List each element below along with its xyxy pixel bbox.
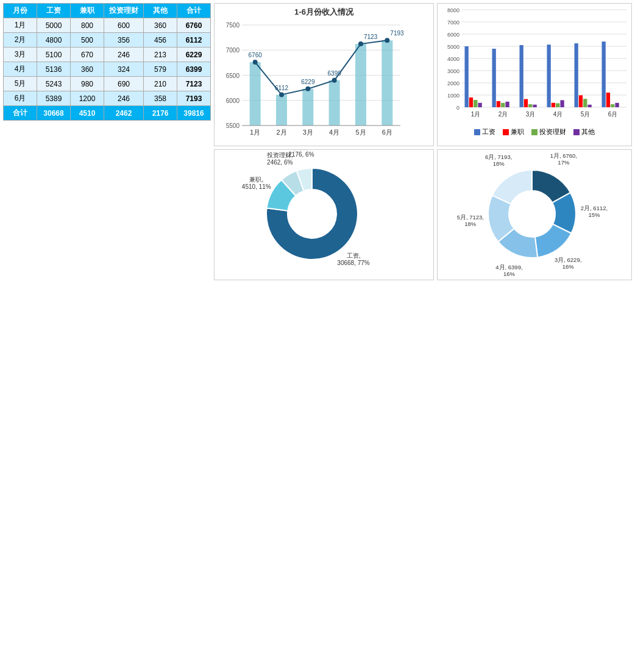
svg-text:4510, 11%: 4510, 11% (242, 183, 271, 190)
svg-text:2462, 6%: 2462, 6% (267, 159, 293, 166)
svg-rect-60 (501, 103, 505, 107)
svg-rect-18 (355, 44, 366, 126)
svg-text:5月, 7123,: 5月, 7123, (457, 214, 484, 221)
svg-text:兼职,: 兼职, (249, 176, 263, 183)
svg-text:1000: 1000 (447, 93, 459, 99)
table-body: 1月500080060036067602月480050035645661123月… (4, 18, 211, 121)
svg-text:7500: 7500 (226, 22, 240, 29)
svg-text:7123: 7123 (364, 34, 378, 40)
svg-point-22 (253, 60, 258, 65)
svg-rect-75 (583, 99, 587, 107)
svg-text:6000: 6000 (226, 97, 240, 104)
table-header: 月份工资兼职投资理财其他合计 (4, 4, 211, 18)
svg-rect-16 (329, 80, 340, 126)
svg-text:6000: 6000 (447, 32, 459, 38)
charts-bottom-row: 工资,30668, 77%兼职,4510, 11%投资理财,2462, 6%其他… (214, 149, 632, 280)
legend-item: 投资理财 (531, 127, 566, 136)
svg-text:8000: 8000 (447, 7, 459, 13)
svg-rect-53 (465, 46, 469, 107)
svg-text:3月, 6229,: 3月, 6229, (555, 256, 581, 263)
svg-text:0: 0 (456, 105, 459, 111)
svg-rect-74 (579, 95, 583, 107)
svg-rect-10 (250, 62, 261, 126)
svg-rect-79 (606, 93, 610, 107)
svg-point-28 (332, 78, 337, 83)
svg-text:2176, 6%: 2176, 6% (288, 151, 314, 158)
svg-rect-64 (524, 99, 528, 107)
svg-text:4月: 4月 (553, 111, 563, 118)
svg-text:15%: 15% (588, 211, 600, 218)
svg-rect-66 (533, 105, 536, 107)
svg-rect-59 (497, 101, 500, 107)
donut-income-container: 工资,30668, 77%兼职,4510, 11%投资理财,2462, 6%其他… (214, 149, 434, 280)
charts-area: 1-6月份收入情况 550060006500700075001月2月3月4月5月… (214, 3, 632, 280)
svg-text:6500: 6500 (226, 73, 240, 79)
data-table-container: 月份工资兼职投资理财其他合计 1月500080060036067602月4800… (3, 3, 211, 280)
svg-text:30668, 77%: 30668, 77% (337, 260, 369, 266)
svg-text:18%: 18% (493, 160, 505, 167)
svg-rect-14 (302, 89, 313, 126)
svg-text:5月: 5月 (581, 111, 591, 118)
line-chart-title: 1-6月份收入情况 (215, 4, 433, 19)
svg-rect-76 (587, 105, 591, 107)
main-container: 月份工资兼职投资理财其他合计 1月500080060036067602月4800… (0, 0, 635, 283)
legend-item: 工资 (474, 127, 495, 136)
donut-monthly-container: 1月, 6760,17%2月, 6112,15%3月, 6229,16%4月, … (437, 149, 632, 280)
svg-text:6112: 6112 (275, 85, 289, 91)
svg-text:2月, 6112,: 2月, 6112, (581, 205, 608, 211)
svg-text:6月: 6月 (608, 111, 618, 118)
charts-top-row: 1-6月份收入情况 550060006500700075001月2月3月4月5月… (214, 3, 632, 146)
svg-rect-80 (611, 104, 614, 107)
legend-item: 兼职 (503, 127, 524, 136)
bar-legend: 工资兼职投资理财其他 (438, 126, 631, 138)
svg-rect-81 (615, 103, 619, 107)
svg-text:2月: 2月 (276, 129, 286, 136)
svg-text:2月: 2月 (498, 111, 508, 118)
svg-rect-70 (556, 104, 559, 107)
svg-text:5月: 5月 (355, 129, 366, 136)
svg-text:5000: 5000 (447, 44, 459, 50)
svg-rect-73 (575, 43, 578, 107)
svg-text:7000: 7000 (226, 47, 240, 54)
svg-text:6399: 6399 (328, 70, 342, 77)
svg-text:5500: 5500 (226, 122, 240, 129)
svg-rect-63 (520, 45, 523, 107)
svg-text:工资,: 工资, (347, 252, 361, 259)
svg-text:6760: 6760 (249, 52, 263, 58)
svg-rect-65 (528, 104, 532, 107)
svg-text:1月, 6760,: 1月, 6760, (550, 152, 577, 159)
svg-text:3000: 3000 (447, 68, 459, 74)
svg-text:2000: 2000 (447, 80, 459, 87)
svg-rect-12 (276, 95, 287, 126)
svg-text:3月: 3月 (303, 129, 313, 136)
svg-point-32 (385, 38, 389, 43)
svg-text:17%: 17% (558, 159, 570, 166)
income-table: 月份工资兼职投资理财其他合计 1月500080060036067602月4800… (3, 3, 211, 121)
svg-text:7000: 7000 (447, 19, 459, 26)
line-chart-svg: 550060006500700075001月2月3月4月5月6月67606112… (215, 19, 410, 146)
svg-rect-68 (547, 44, 551, 107)
svg-rect-58 (492, 49, 496, 107)
svg-rect-71 (560, 100, 564, 107)
svg-text:4月, 6399,: 4月, 6399, (495, 264, 522, 271)
svg-rect-20 (381, 40, 392, 126)
bar-chart-svg: 0100020003000400050006000700080001月2月3月4… (438, 4, 632, 126)
svg-rect-69 (552, 103, 555, 107)
svg-rect-54 (469, 97, 473, 107)
svg-point-24 (279, 93, 284, 97)
svg-text:16%: 16% (503, 271, 516, 277)
donut-monthly-svg: 1月, 6760,17%2月, 6112,15%3月, 6229,16%4月, … (438, 150, 632, 278)
svg-text:3月: 3月 (526, 111, 536, 118)
svg-rect-78 (602, 41, 606, 107)
svg-text:16%: 16% (562, 263, 575, 270)
svg-text:1月: 1月 (471, 111, 481, 118)
svg-text:7193: 7193 (390, 30, 404, 37)
svg-text:6229: 6229 (301, 79, 315, 85)
svg-text:其他,: 其他, (294, 150, 308, 150)
svg-rect-61 (505, 102, 509, 107)
bar-chart-container: 0100020003000400050006000700080001月2月3月4… (437, 3, 632, 146)
svg-point-30 (358, 41, 363, 46)
svg-text:6月: 6月 (382, 129, 392, 136)
svg-text:6月, 7193,: 6月, 7193, (485, 154, 512, 160)
svg-text:4000: 4000 (447, 56, 459, 62)
